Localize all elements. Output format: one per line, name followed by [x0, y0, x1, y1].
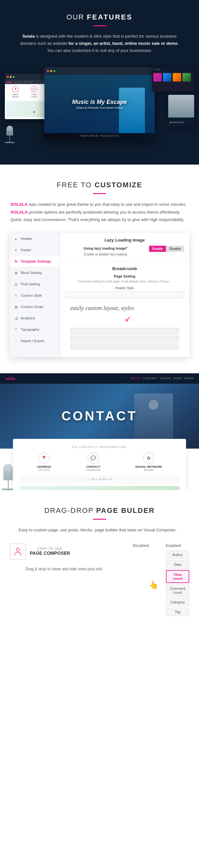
breadcrumb-section: Breadcrumb Page Setting Customize settin… — [60, 261, 189, 357]
features-divider — [93, 25, 106, 26]
mic-decoration-contact — [2, 464, 14, 490]
page-composer-icon — [10, 544, 26, 560]
breadcrumb-title: Breadcrumb — [65, 266, 184, 271]
nav-link-about[interactable]: ABOUT — [130, 377, 141, 380]
nav-brand: solala — [5, 376, 15, 380]
sidebar-item-template-settings[interactable]: % Template Settings — [10, 256, 60, 267]
microphone-decoration — [2, 126, 18, 152]
sidebar-item-header[interactable]: ▲ Header — [10, 233, 60, 244]
sidebar-item-label-custom-script: Custom Script — [21, 305, 43, 309]
contact-circle-icon: 💬 — [88, 453, 99, 464]
contact-info-wrapper: US CONTACT INFORMATION 📍 ADDRESS123 Stre… — [0, 439, 199, 490]
nav-link-contact[interactable]: CONTACT — [143, 377, 158, 380]
arrow-decoration: ↙ — [65, 314, 184, 323]
custom-script-icon: ▣ — [13, 305, 18, 309]
hand-cursor-area: 👆 — [151, 551, 163, 616]
page-setting-label: Page Setting — [65, 274, 184, 278]
showcase-nav: solala ABOUT CONTACT ALBUM SHOP MORE — [0, 373, 199, 384]
sidebar-item-block-setting[interactable]: ▦ Block Setting — [10, 267, 60, 279]
contact-tell-us: ↗ TELL WITH US — [20, 475, 179, 483]
features-bold-uses: for a singer, an artist, band, online mu… — [68, 41, 177, 46]
sidebar-item-label-analytics: Analytics — [21, 316, 35, 320]
artist-thumb-1 — [153, 73, 162, 82]
dot-yellow — [10, 76, 12, 78]
header-style-input[interactable] — [65, 291, 184, 298]
lazy-loading-desc: Using lazy loading image* Enable or disa… — [65, 246, 146, 257]
mic-large-stand — [8, 480, 9, 489]
disable-button[interactable]: Disable — [166, 246, 184, 252]
custom-style-icon: ✎ — [13, 293, 18, 298]
nav-link-shop[interactable]: SHOP — [173, 377, 182, 380]
sidebar-item-import-export[interactable]: ↕ Import / Export — [10, 335, 60, 347]
artist-photo — [168, 95, 194, 118]
person-info-bar: ▶ Artist Name — [168, 118, 194, 127]
contact-info-card: US CONTACT INFORMATION 📍 ADDRESS123 Stre… — [13, 439, 186, 490]
meta-item-category[interactable]: Category — [166, 598, 189, 607]
header-style-label: Header Style — [65, 286, 184, 290]
social-circle-icon: ✿ — [143, 453, 154, 464]
dragdrop-divider — [93, 519, 106, 520]
album-artists — [152, 72, 194, 83]
sidebar-item-typography[interactable]: T Typography — [10, 324, 60, 335]
person-icon — [13, 547, 22, 556]
nav-dot-pink — [7, 82, 12, 83]
enabled-col-header: Enabled — [166, 544, 181, 548]
features-brand: Solala — [22, 34, 35, 39]
style-option-2 — [70, 336, 179, 342]
page-composer-area: EASY TO USE PAGE COMPOSER Drag & drop to… — [10, 544, 189, 616]
nav-line — [24, 82, 28, 83]
sidebar-item-post-setting[interactable]: ▤ Post Setting — [10, 279, 60, 290]
template-main-content: Lazy Loading Image Using lazy loading im… — [60, 233, 189, 357]
sidebar-item-custom-style[interactable]: ✎ Custom Style — [10, 290, 60, 301]
sidebar-item-custom-script[interactable]: ▣ Custom Script — [10, 301, 60, 313]
mic-large-base — [2, 489, 14, 490]
features-description: Solala is designed with the modern & sli… — [19, 33, 180, 54]
dot-red — [47, 70, 49, 72]
style-option-3 — [70, 343, 179, 350]
window-bar — [44, 67, 155, 75]
nav-link-more[interactable]: MORE — [185, 377, 194, 380]
lazy-loading-title: Lazy Loading Image — [65, 238, 184, 243]
nav-link-album[interactable]: ALBUM — [160, 377, 171, 380]
artist-thumb-3 — [173, 73, 181, 82]
contact-showcase: solala ABOUT CONTACT ALBUM SHOP MORE CON… — [0, 373, 199, 490]
enable-button[interactable]: Enable — [149, 246, 166, 252]
easily-custom-area: easily custom layout, styles ↙ — [65, 300, 184, 325]
easy-desc: Drag & drop to show and hide meta post i… — [10, 566, 118, 572]
nav-line — [13, 82, 17, 83]
enabled-col: Author Date View count Comment count Cat… — [166, 551, 189, 616]
map-grid-v3 — [140, 486, 140, 490]
address-icon: 📍 — [12, 86, 19, 93]
easily-custom-text: easily custom layout, styles — [65, 302, 184, 314]
sidebar-item-analytics[interactable]: 📊 Analytics — [10, 313, 60, 324]
meta-item-view-count[interactable]: View count — [166, 570, 189, 583]
dot-red — [7, 76, 9, 78]
lazy-loading-box: Lazy Loading Image Using lazy loading im… — [60, 233, 189, 261]
hand-cursor-icon: 👆 — [149, 580, 159, 589]
dragdrop-title-bold: PAGE BULDER — [96, 506, 155, 515]
meta-item-author[interactable]: Author — [166, 551, 189, 559]
contact-icon-phone: 💬 Contactus here — [25, 86, 42, 98]
meta-item-date[interactable]: Date — [166, 560, 189, 569]
featured-podcasts-label: FEATURED PODCASTS — [44, 133, 155, 138]
easy-text-block: EASY TO USE PAGE COMPOSER — [30, 547, 70, 556]
analytics-icon: 📊 — [13, 316, 18, 320]
artist-thumb-4 — [183, 73, 191, 82]
dragdrop-title-prefix: DRAG-DROP — [44, 506, 96, 515]
features-title-prefix: OUR — [66, 13, 87, 21]
svg-point-0 — [16, 548, 20, 551]
footer-icon: ▼ — [13, 248, 18, 252]
sidebar-item-label-custom-style: Custom Style — [21, 293, 42, 297]
dragdrop-section: DRAG-DROP PAGE BULDER Easy to custom pag… — [0, 490, 199, 632]
customize-divider — [93, 193, 106, 194]
contact-map: 📍 — [20, 486, 179, 490]
customize-title: FREE TO CUSTOMIZE — [10, 181, 189, 189]
typography-icon: T — [13, 327, 18, 332]
meta-item-tag[interactable]: Tag — [166, 608, 189, 616]
nav-links: ABOUT CONTACT ALBUM SHOP MORE — [130, 377, 194, 380]
meta-item-comment-count[interactable]: Comment count — [166, 584, 189, 597]
contact-icon-address: 📍 Addressinfo here — [7, 86, 24, 98]
address-circle-icon: 📍 — [38, 453, 49, 464]
sidebar-item-footer[interactable]: ▼ Footer — [10, 244, 60, 256]
nav-line — [29, 82, 33, 83]
